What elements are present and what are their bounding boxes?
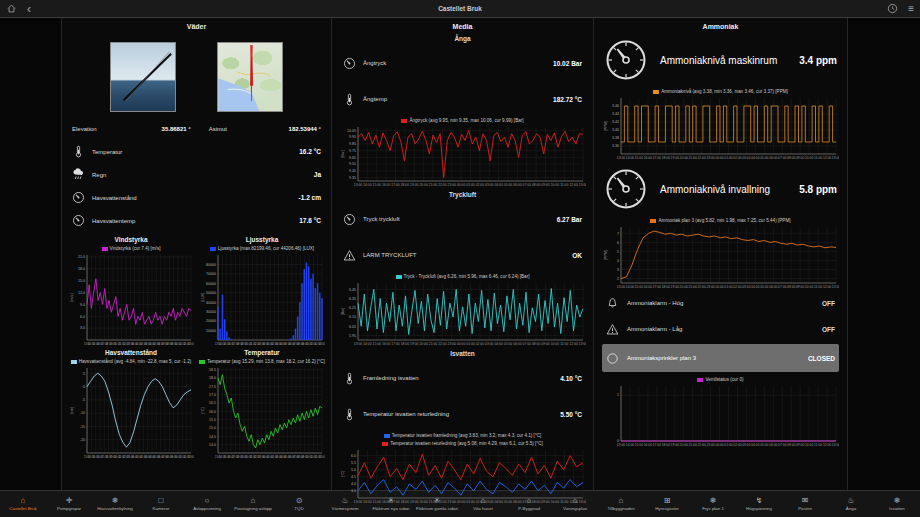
- thermometer-icon: [343, 372, 356, 385]
- svg-text:14:00: 14:00: [363, 500, 371, 504]
- ammonia-panel: Ammoniak Ammoniaknivå maskinrum 3.4 ppm …: [594, 18, 847, 490]
- angtryck-value: 10.02 Bar: [553, 60, 582, 67]
- nav-item-label: Vita huset: [473, 506, 492, 511]
- back-chevron-icon[interactable]: ‹: [27, 3, 31, 15]
- svg-text:02:00: 02:00: [476, 342, 484, 346]
- svg-text:06:00: 06:00: [513, 500, 521, 504]
- svg-text:02:00: 02:00: [476, 500, 484, 504]
- nav-item-högspänning[interactable]: ↯Högspänning: [736, 491, 782, 517]
- nav-item-havsvattenkylning[interactable]: ❄Havsvattenkylning: [92, 491, 138, 517]
- svg-text:23:00: 23:00: [448, 500, 456, 504]
- ammoniaklarm-lag-row: Ammoniaklarm - Låg OFF: [602, 316, 839, 342]
- clock-icon[interactable]: [887, 3, 898, 14]
- elevation-asimut-row: Elevation 35.86821 ° Asimut 182.53944 °: [68, 124, 325, 140]
- svg-text:3.42: 3.42: [612, 120, 619, 124]
- svg-text:21:00: 21:00: [429, 342, 437, 346]
- svg-text:13:00: 13:00: [188, 455, 194, 459]
- nav-item-kameror[interactable]: □Kameror: [138, 491, 184, 517]
- svg-text:10:00: 10:00: [551, 500, 559, 504]
- tryckluft-title: Tryckluft: [339, 188, 586, 201]
- svg-text:20:00: 20:00: [680, 443, 688, 447]
- svg-text:[Bar]: [Bar]: [341, 308, 345, 316]
- svg-text:18:00: 18:00: [662, 285, 670, 289]
- svg-text:22:00: 22:00: [438, 183, 446, 187]
- home-icon[interactable]: [6, 3, 17, 14]
- gauge-icon: [604, 38, 648, 82]
- svg-text:08:00: 08:00: [532, 500, 540, 504]
- ammoniaksprinkler-value: CLOSED: [808, 355, 835, 362]
- svg-text:15.0: 15.0: [209, 426, 216, 430]
- svg-text:5.95: 5.95: [349, 334, 356, 338]
- svg-text:15.5: 15.5: [209, 418, 216, 422]
- nav-item-avloppsrening[interactable]: ○Avloppsrening: [184, 491, 230, 517]
- svg-text:21:00: 21:00: [689, 443, 697, 447]
- nav-item-hyresgäster[interactable]: ⊞Hyresgäster: [644, 491, 690, 517]
- menu-icon[interactable]: ≡: [908, 4, 914, 14]
- nav-item-tillbyggnaden[interactable]: ⌂Tillbyggnaden: [598, 491, 644, 517]
- svg-text:05:00: 05:00: [504, 500, 512, 504]
- svg-text:22:00: 22:00: [697, 285, 705, 289]
- angtryck-chart: Ångtryck (avg 9.95, min 9.35, max 10.06,…: [339, 117, 586, 188]
- nav-item-ånga[interactable]: ♨Ånga: [828, 491, 874, 517]
- nav-item-posten[interactable]: ✉Posten: [782, 491, 828, 517]
- svg-text:22:00: 22:00: [697, 443, 705, 447]
- svg-text:22:00: 22:00: [438, 500, 446, 504]
- svg-text:15.0: 15.0: [78, 279, 85, 283]
- svg-text:02:00: 02:00: [733, 285, 741, 289]
- svg-text:21:00: 21:00: [689, 285, 697, 289]
- svg-text:10.05: 10.05: [347, 129, 356, 133]
- svg-text:20:00: 20:00: [680, 285, 688, 289]
- svg-text:9.65: 9.65: [349, 156, 356, 160]
- temperature-label: Temperatur: [92, 149, 292, 155]
- svg-text:03:00: 03:00: [742, 285, 750, 289]
- temperature-value: 16.2 °C: [299, 148, 321, 155]
- svg-text:13:00: 13:00: [617, 285, 625, 289]
- chart-legend: Ammoniak plan 3 (avg 5.82, min 1.98, max…: [602, 217, 839, 225]
- svg-text:21.0: 21.0: [78, 255, 85, 259]
- nav-item-tqd[interactable]: ⊙TQD: [276, 491, 322, 517]
- svg-text:60000: 60000: [206, 282, 216, 286]
- svg-text:18:00: 18:00: [401, 342, 409, 346]
- svg-text:[°C]: [°C]: [341, 471, 345, 477]
- nav-item-pumpgropar[interactable]: ✛Pumpgropar: [46, 491, 92, 517]
- posten-icon: ✉: [802, 497, 809, 505]
- chart-legend: Ammoniaknivå (avg 3.38, min 3.36, max 3.…: [602, 88, 839, 96]
- svg-text:06:00: 06:00: [769, 443, 777, 447]
- ammoniaksprinkler-row[interactable]: Ammoniaksprinkler plan 3 CLOSED: [602, 344, 839, 372]
- svg-text:15:00: 15:00: [635, 156, 643, 160]
- chart-legend: Havsvattenstånd (avg -4.84, min -22.8, m…: [68, 358, 194, 366]
- svg-text:16:00: 16:00: [382, 342, 390, 346]
- svg-text:17.5: 17.5: [209, 385, 216, 389]
- asimut-label: Asimut: [209, 126, 227, 132]
- svg-text:00:00: 00:00: [715, 285, 723, 289]
- invallning-label: Ammoniaknivå invallning: [660, 184, 787, 195]
- svg-text:9.55: 9.55: [349, 162, 356, 166]
- nav-item-castellet-bruk[interactable]: ⌂Castellet Bruk: [0, 491, 46, 517]
- nav-item-isvatten[interactable]: ❄Isvatten: [874, 491, 920, 517]
- svg-text:01:00: 01:00: [724, 443, 732, 447]
- svg-text:02:00: 02:00: [733, 443, 741, 447]
- ventilstatus-chart: Ventilstatus (cur 0)13:0014:0015:0016:00…: [602, 376, 839, 448]
- ammonia-title: Ammoniak: [602, 18, 839, 32]
- nav-item-frys-plan-1[interactable]: ❄Frys plan 1: [690, 491, 736, 517]
- nav-item-label: Kameror: [153, 506, 170, 511]
- svg-text:03:00: 03:00: [485, 500, 493, 504]
- left-spacer: [0, 18, 62, 490]
- bell-icon: [606, 297, 619, 310]
- svg-text:21:00: 21:00: [429, 500, 437, 504]
- nav-item-label: Hyresgäster: [655, 506, 679, 511]
- svg-text:04:00: 04:00: [751, 443, 759, 447]
- svg-text:01:00: 01:00: [466, 342, 474, 346]
- nav-item-label: Castellet Bruk: [9, 506, 36, 511]
- maskinrum-label: Ammoniaknivå maskinrum: [660, 55, 787, 66]
- svg-text:10:00: 10:00: [805, 156, 813, 160]
- nav-item-label: Provtagning avlopp: [234, 506, 272, 511]
- ammoniaklarm-hog-row: Ammoniaklarm - Hög OFF: [602, 290, 839, 316]
- svg-text:3.5: 3.5: [351, 489, 356, 493]
- svg-text:23:00: 23:00: [706, 285, 714, 289]
- sun-azimuth-map: [217, 42, 283, 112]
- svg-text:07:00: 07:00: [523, 183, 531, 187]
- nav-item-provtagning-avlopp[interactable]: ⌂Provtagning avlopp: [230, 491, 276, 517]
- nav-item-label: Värmesystem: [332, 506, 359, 511]
- svg-text:07:00: 07:00: [778, 156, 786, 160]
